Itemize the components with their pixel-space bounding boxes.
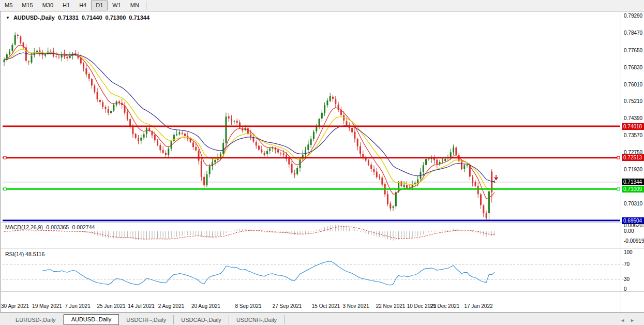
tab-usdcaddaily[interactable]: USDCAD-,Daily (174, 315, 229, 324)
tab-usdcnhdaily[interactable]: USDCNH-,Daily (229, 315, 284, 324)
price-level-label-0.71009: 0.71009 (622, 186, 644, 193)
date-axis-label: 7 Jun 2021 (59, 303, 96, 309)
price-level-label-0.71344: 0.71344 (622, 179, 644, 185)
line-handle[interactable] (4, 188, 6, 190)
rsi-axis-tick: 30 (624, 276, 644, 282)
tab-scroll-arrows: ◄► (620, 318, 640, 323)
macd-axis-tick: -0.009197 (624, 238, 644, 244)
date-axis-label: 27 Sep 2021 (268, 303, 306, 309)
price-chart-canvas[interactable] (0, 0, 644, 325)
macd-value-2: -0.002744 (70, 224, 95, 230)
price-axis-tick: 0.70310 (624, 201, 644, 206)
date-axis-label: 20 Aug 2021 (187, 303, 224, 309)
price-axis-tick: 0.76830 (624, 65, 644, 70)
line-handle[interactable] (4, 156, 6, 159)
macd-indicator-label: MACD(12,26,9) -0.003365 -0.002744 (5, 224, 95, 230)
price-axis-tick: 0.73570 (624, 132, 644, 138)
chart-tabs: EURUSD-,DailyAUDUSD-,DailyUSDCHF-,DailyU… (8, 314, 284, 325)
date-axis-label: 17 Jan 2022 (460, 303, 497, 309)
price-level-label-0.74018: 0.74018 (622, 123, 644, 130)
rsi-indicator-label: RSI(14) 48.5116 (5, 251, 44, 257)
tab-usdchfdaily[interactable]: USDCHF-,Daily (119, 315, 174, 324)
price-axis-tick: 0.74390 (624, 115, 644, 121)
price-level-label-0.72513: 0.72513 (622, 154, 644, 161)
tab-audusddaily[interactable]: AUDUSD-,Daily (64, 314, 119, 325)
date-axis-label: 2 Aug 2021 (153, 303, 190, 309)
rsi-axis-tick: 0 (624, 286, 644, 292)
line-handle[interactable] (617, 156, 620, 159)
moving-average-medium (4, 49, 495, 189)
macd-axis-tick: 0.00 (624, 228, 644, 234)
rsi-axis-tick: 100 (624, 249, 644, 255)
price-axis-tick: 0.76010 (624, 82, 644, 87)
macd-axis-tick: 0.006201 (624, 223, 644, 228)
moving-average-slow (4, 53, 495, 182)
tab-scroll-left-icon[interactable]: ◄ (620, 318, 630, 323)
date-axis-label: 8 Sep 2021 (230, 303, 267, 309)
price-axis-tick: 0.79290 (624, 13, 644, 19)
price-axis-tick: 0.75210 (624, 98, 644, 104)
date-axis-label: 29 Dec 2021 (426, 303, 463, 309)
tab-scroll-right-icon[interactable]: ► (630, 318, 640, 323)
chart-tab-bar: EURUSD-,DailyAUDUSD-,DailyUSDCHF-,DailyU… (0, 313, 644, 325)
macd-value-1: -0.003365 (44, 224, 69, 230)
date-axis-label: 3 Nov 2021 (337, 303, 375, 309)
rsi-line (42, 261, 495, 285)
price-axis-tick: 0.71930 (624, 167, 644, 172)
price-axis-tick: 0.78470 (624, 30, 644, 36)
tab-eurusddaily[interactable]: EURUSD-,Daily (8, 315, 64, 324)
rsi-axis-tick: 70 (624, 261, 644, 267)
price-axis-tick: 0.77650 (624, 48, 644, 53)
rsi-value: 48.5116 (25, 251, 44, 257)
sell-arrow-icon (495, 175, 498, 180)
mt4-window: M5M15M30H1H4D1W1MN ▼AUDUSD-,Daily0.71331… (0, 0, 644, 325)
line-handle[interactable] (617, 188, 620, 190)
